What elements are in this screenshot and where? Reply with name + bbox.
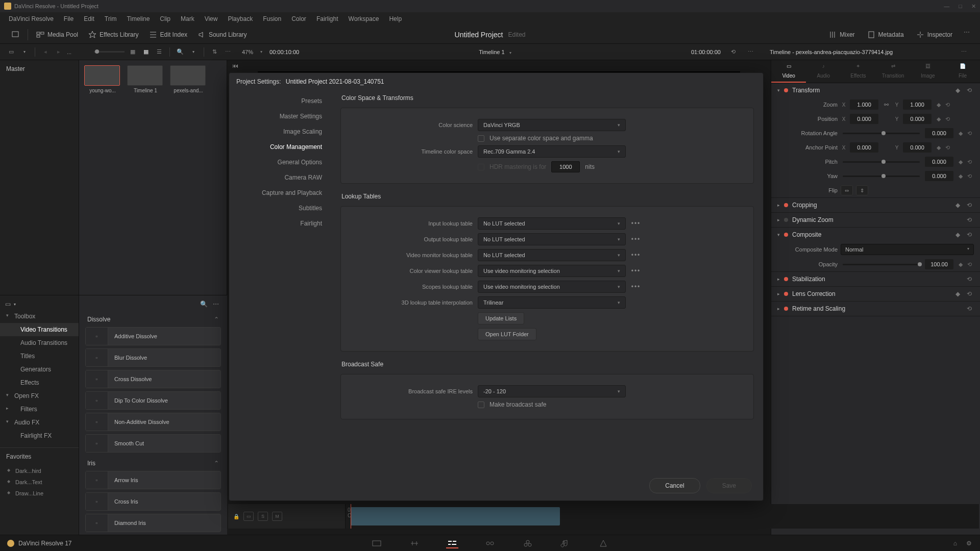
zoom-chevron[interactable]: ▾	[260, 49, 262, 54]
deliver-page-icon[interactable]	[597, 538, 609, 548]
anchor-y-input[interactable]: 0.000	[903, 142, 932, 153]
more-icon[interactable]: ⋯	[960, 29, 974, 41]
bin-view-icon[interactable]: ▭	[6, 47, 16, 57]
chevron-down-icon[interactable]: ▾	[19, 47, 30, 57]
sort-icon[interactable]: ⇅	[209, 47, 219, 57]
maximize-icon[interactable]: □	[959, 3, 962, 10]
collapse-icon[interactable]: ⌃	[214, 460, 219, 467]
fx-category-video-transitions[interactable]: Video Transitions	[0, 323, 79, 336]
track-m-button[interactable]: M	[272, 512, 282, 521]
reset-icon[interactable]: ⟲	[967, 130, 974, 137]
reset-icon[interactable]: ⟲	[967, 173, 974, 180]
reset-icon[interactable]: ⟲	[967, 305, 974, 312]
chevron-down-icon[interactable]: ▾	[14, 302, 16, 307]
hdr-value-input[interactable]: 1000	[551, 161, 580, 172]
more-icon[interactable]: •••	[631, 236, 641, 243]
settings-tab-subtitles[interactable]: Subtitles	[229, 201, 331, 216]
lut-dropdown[interactable]: Trilinear▾	[478, 296, 626, 309]
zoom-level[interactable]: 47%	[242, 49, 253, 55]
opacity-slider[interactable]	[843, 264, 920, 265]
collapse-icon[interactable]: ⌃	[214, 316, 219, 323]
effects-library-button[interactable]: Effects Library	[83, 29, 143, 41]
track-s-button[interactable]: S	[258, 512, 268, 521]
favorite-item[interactable]: Dark...Text	[0, 477, 79, 488]
link-icon[interactable]: ⚯	[881, 102, 891, 108]
edit-page-icon[interactable]	[446, 538, 458, 548]
fx-category-open-fx[interactable]: Open FX	[0, 389, 79, 403]
lut-dropdown[interactable]: Use video monitoring selection▾	[478, 281, 626, 293]
pitch-slider[interactable]	[843, 161, 920, 163]
more-icon[interactable]: ⋯	[959, 47, 969, 57]
fx-item[interactable]: ▫Blur Dissolve	[85, 348, 221, 367]
fairlight-page-icon[interactable]	[559, 538, 572, 548]
section-toggle[interactable]	[784, 307, 788, 311]
menu-mark[interactable]: Mark	[176, 13, 199, 24]
bs-checkbox[interactable]	[478, 402, 484, 408]
more-icon[interactable]: •••	[631, 283, 641, 290]
settings-tab-general-options[interactable]: General Options	[229, 155, 331, 170]
menu-davinci-resolve[interactable]: DaVinci Resolve	[4, 13, 58, 24]
cut-page-icon[interactable]	[408, 538, 421, 548]
slider-handle[interactable]	[94, 51, 125, 53]
more-icon[interactable]: ⋯	[745, 47, 755, 57]
keyframe-icon[interactable]: ◆	[959, 130, 965, 137]
fx-group-header[interactable]: Iris⌃	[85, 456, 221, 471]
rotation-input[interactable]: 0.000	[925, 128, 953, 138]
keyframe-icon[interactable]: ◆	[955, 231, 963, 238]
fx-item[interactable]: ▫Non-Additive Dissolve	[85, 413, 221, 431]
menu-playback[interactable]: Playback	[223, 13, 257, 24]
reset-icon[interactable]: ⟲	[967, 231, 974, 238]
opacity-input[interactable]: 100.00	[925, 259, 953, 269]
menu-file[interactable]: File	[59, 13, 78, 24]
media-page-icon[interactable]	[371, 538, 383, 548]
gear-icon[interactable]: ⚙	[966, 540, 972, 547]
pos-x-input[interactable]: 0.000	[850, 114, 878, 124]
save-button[interactable]: Save	[706, 478, 752, 493]
inspector-tab-audio[interactable]: ♪Audio	[806, 60, 841, 83]
media-thumb[interactable]: Timeline 1	[127, 65, 164, 93]
fx-category-audio-fx[interactable]: Audio FX	[0, 416, 79, 429]
section-title-dynzoom[interactable]: Dynamic Zoom	[792, 216, 963, 223]
composite-mode-dropdown[interactable]: Normal▾	[841, 244, 974, 255]
fx-item[interactable]: ▫Dip To Color Dissolve	[85, 391, 221, 410]
mixer-button[interactable]: Mixer	[823, 29, 860, 41]
inspector-button[interactable]: Inspector	[911, 29, 958, 41]
menu-edit[interactable]: Edit	[79, 13, 99, 24]
section-title-stabilization[interactable]: Stabilization	[792, 276, 963, 283]
metadata-button[interactable]: Metadata	[862, 29, 909, 41]
lut-dropdown[interactable]: No LUT selected▾	[478, 233, 626, 245]
lut-dropdown[interactable]: Use video monitoring selection▾	[478, 265, 626, 277]
pos-y-input[interactable]: 0.000	[903, 114, 932, 124]
keyframe-icon[interactable]: ◆	[937, 116, 943, 122]
media-pool-button[interactable]: Media Pool	[31, 29, 83, 41]
section-title-composite[interactable]: Composite	[792, 231, 951, 238]
section-toggle[interactable]	[784, 218, 788, 222]
section-toggle[interactable]	[784, 277, 788, 281]
separate-colorspace-checkbox[interactable]	[478, 135, 484, 142]
inspector-tab-image[interactable]: 🖼Image	[911, 60, 945, 83]
reset-icon[interactable]: ⟲	[945, 116, 952, 122]
fx-view-icon[interactable]: ▭	[5, 300, 11, 308]
settings-tab-master-settings[interactable]: Master Settings	[229, 109, 331, 124]
more-icon[interactable]: ⋯	[213, 300, 219, 308]
flip-v-button[interactable]: ⇕	[856, 185, 868, 195]
reset-icon[interactable]: ⟲	[967, 276, 974, 283]
inspector-tab-video[interactable]: ▭Video	[771, 60, 806, 83]
home-icon[interactable]: ⌂	[953, 540, 957, 547]
section-toggle[interactable]	[784, 233, 788, 237]
skip-start-icon[interactable]: ⏮	[232, 62, 238, 69]
settings-tab-image-scaling[interactable]: Image Scaling	[229, 124, 331, 139]
fx-category-fairlight-fx[interactable]: Fairlight FX	[0, 429, 79, 442]
open-lut-folder-button[interactable]: Open LUT Folder	[478, 328, 536, 340]
yaw-input[interactable]: 0.000	[925, 171, 953, 181]
export-icon[interactable]	[6, 29, 24, 41]
menu-trim[interactable]: Trim	[100, 13, 121, 24]
thumbs-view-icon[interactable]: ▦	[128, 47, 138, 57]
grid-view-icon[interactable]: ▦	[141, 47, 151, 57]
fusion-page-icon[interactable]	[484, 538, 496, 548]
track-video-icon[interactable]: ▭	[243, 512, 254, 521]
reset-icon[interactable]: ⟲	[967, 216, 974, 223]
fx-item[interactable]: ▫Arrow Iris	[85, 471, 221, 489]
anchor-x-input[interactable]: 0.000	[850, 142, 878, 153]
more-icon[interactable]: ⋯	[223, 47, 233, 57]
